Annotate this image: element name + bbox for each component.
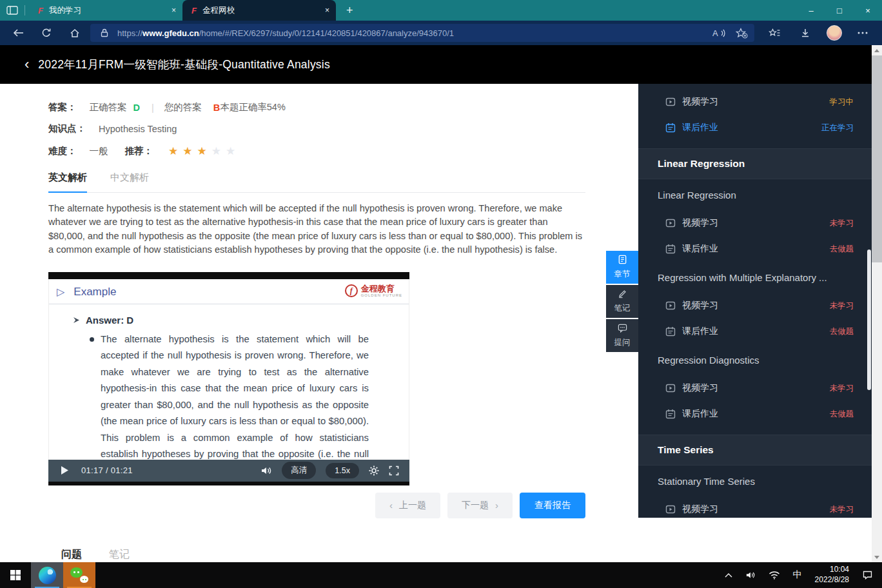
page-scrollbar[interactable] xyxy=(872,45,882,562)
analysis-tabs: 英文解析 中文解析 xyxy=(48,172,585,193)
star-icon[interactable]: ★ xyxy=(168,145,178,157)
refresh-icon[interactable] xyxy=(41,21,52,45)
sidebar-subsection[interactable]: Regression with Multiple Explanatory ... xyxy=(638,262,872,293)
favorites-icon[interactable] xyxy=(769,21,781,45)
video-time: 01:17 / 01:21 xyxy=(81,466,133,475)
float-button-label: 笔记 xyxy=(614,303,631,314)
gear-icon[interactable] xyxy=(369,466,379,476)
pencil-icon xyxy=(618,289,627,300)
sidebar-subsection[interactable]: Linear Regression xyxy=(638,179,872,210)
tab-questions[interactable]: 问题 xyxy=(61,548,82,562)
slide-answer-row: Answer: D xyxy=(73,315,409,326)
sidebar-item-label: 视频学习 xyxy=(682,504,718,515)
start-button[interactable] xyxy=(0,562,31,588)
video-player[interactable]: ▷ Example f 金程教育 GOLDEN FUTURE Answer: D xyxy=(48,272,409,485)
video-icon xyxy=(665,300,676,311)
tray-clock[interactable]: 10:04 2022/8/28 xyxy=(815,565,849,585)
browser-toolbar: https://www.gfedu.cn/home/#/REX/6297/stu… xyxy=(0,21,882,45)
star-icon[interactable]: ★ xyxy=(182,145,192,157)
sidebar-item[interactable]: 视频学习未学习 xyxy=(638,496,872,518)
answer-label: 答案： xyxy=(48,101,77,113)
browser-tab-my-learning[interactable]: F 我的学习 × xyxy=(29,0,182,21)
analysis-text: The alternate hypothesis is the statemen… xyxy=(48,202,585,257)
ime-indicator[interactable]: 中 xyxy=(793,569,802,581)
sidebar-item[interactable]: 视频学习未学习 xyxy=(638,375,872,401)
sidebar-item[interactable]: 课后作业去做题 xyxy=(638,236,872,262)
calendar-icon xyxy=(665,122,676,133)
tab-close-icon[interactable]: × xyxy=(325,6,329,15)
video-controls: 01:17 / 01:21 高清 1.5x xyxy=(48,460,409,482)
tray-chevron-up-icon[interactable] xyxy=(725,573,732,578)
taskbar-wechat-button[interactable] xyxy=(63,562,95,588)
float-button-笔记[interactable]: 笔记 xyxy=(606,285,638,318)
fullscreen-icon[interactable] xyxy=(389,466,399,476)
settings-menu-icon[interactable] xyxy=(858,21,868,45)
speed-button[interactable]: 1.5x xyxy=(326,463,359,478)
tab-chinese-analysis[interactable]: 中文解析 xyxy=(110,172,149,192)
sidebar-item[interactable]: 课后作业去做题 xyxy=(638,318,872,344)
action-center-icon[interactable] xyxy=(862,570,873,580)
profile-avatar[interactable] xyxy=(827,21,842,45)
back-chevron-icon[interactable]: ‹ xyxy=(24,57,29,72)
address-bar[interactable]: https://www.gfedu.cn/home/#/REX/6297/stu… xyxy=(90,24,754,42)
status-badge: 去做题 xyxy=(830,409,854,420)
page-scrollbar-thumb[interactable] xyxy=(872,55,882,262)
new-tab-button[interactable]: + xyxy=(346,4,353,17)
prev-question-button[interactable]: ‹ 上一题 xyxy=(375,493,440,518)
main-content: 答案： 正确答案 D | 您的答案 B 本题正确率54% 知识点： Hypoth… xyxy=(0,84,638,562)
screen: F 我的学习 × F 金程网校 × + – □ × ht xyxy=(0,0,882,588)
brand-logo-icon: f xyxy=(345,284,358,297)
browser-tab-strip: F 我的学习 × F 金程网校 × + – □ × xyxy=(0,0,882,21)
taskbar-edge-button[interactable] xyxy=(31,562,63,588)
tab-close-icon[interactable]: × xyxy=(172,6,176,15)
play-icon[interactable] xyxy=(61,466,68,475)
home-icon[interactable] xyxy=(70,21,80,45)
status-badge: 学习中 xyxy=(830,97,854,108)
sidebar-section-header[interactable]: Time Series xyxy=(638,435,872,466)
star-icon[interactable]: ★ xyxy=(211,145,221,157)
sidebar-subsection[interactable]: Regression Diagnostics xyxy=(638,344,872,375)
knowledge-value: Hypothesis Testing xyxy=(99,124,177,134)
slide-bullet-text: The alternate hypothesis is the statemen… xyxy=(101,331,369,460)
tab-english-analysis[interactable]: 英文解析 xyxy=(48,172,87,192)
tab-actions-icon[interactable] xyxy=(6,6,18,15)
maximize-button[interactable]: □ xyxy=(825,0,854,21)
next-question-button[interactable]: 下一题 › xyxy=(447,493,513,518)
sidebar-item[interactable]: 课后作业去做题 xyxy=(638,401,872,427)
float-button-章节[interactable]: 章节 xyxy=(606,251,638,284)
browser-tab-gfedu[interactable]: F 金程网校 × xyxy=(182,0,336,21)
sidebar-subsection[interactable]: Stationary Time Series xyxy=(638,466,872,496)
sidebar-section-header[interactable]: Linear Regression xyxy=(638,148,872,179)
minimize-button[interactable]: – xyxy=(797,0,825,21)
difficulty-row: 难度： 一般 推荐： ★★★★★ xyxy=(48,144,638,158)
sidebar-item[interactable]: 视频学习未学习 xyxy=(638,293,872,318)
slide-bullet-block: The alternate hypothesis is the statemen… xyxy=(90,331,409,460)
scroll-down-icon[interactable] xyxy=(872,552,882,562)
volume-icon[interactable] xyxy=(260,466,272,476)
star-icon[interactable]: ★ xyxy=(226,145,235,157)
sidebar-item-label: 课后作业 xyxy=(682,122,718,133)
view-report-button[interactable]: 查看报告 xyxy=(520,493,585,518)
window-controls: – □ × xyxy=(797,0,882,21)
back-icon[interactable] xyxy=(13,21,24,45)
downloads-icon[interactable] xyxy=(801,21,810,45)
read-aloud-icon[interactable]: A xyxy=(712,24,726,42)
add-favorite-icon[interactable] xyxy=(736,24,748,42)
sidebar-item[interactable]: 视频学习未学习 xyxy=(638,210,872,236)
sidebar-item[interactable]: 课后作业正在学习 xyxy=(638,115,872,141)
difficulty-label: 难度： xyxy=(48,145,77,157)
wechat-icon xyxy=(70,567,88,583)
tab-notes[interactable]: 笔记 xyxy=(109,548,130,562)
sidebar-item[interactable]: 视频学习学习中 xyxy=(638,89,872,115)
scroll-up-icon[interactable] xyxy=(872,45,882,55)
quality-button[interactable]: 高清 xyxy=(282,462,316,479)
star-icon[interactable]: ★ xyxy=(197,145,207,157)
close-button[interactable]: × xyxy=(854,0,882,21)
difficulty-value: 一般 xyxy=(90,145,108,157)
tray-volume-icon[interactable] xyxy=(745,571,756,580)
sidebar-scrollbar-thumb[interactable] xyxy=(867,250,871,390)
slide-answer-heading: Answer: D xyxy=(86,315,133,326)
your-answer-label: 您的答案 xyxy=(164,101,202,113)
float-button-提问[interactable]: 提问 xyxy=(606,319,638,352)
tray-wifi-icon[interactable] xyxy=(769,571,780,580)
